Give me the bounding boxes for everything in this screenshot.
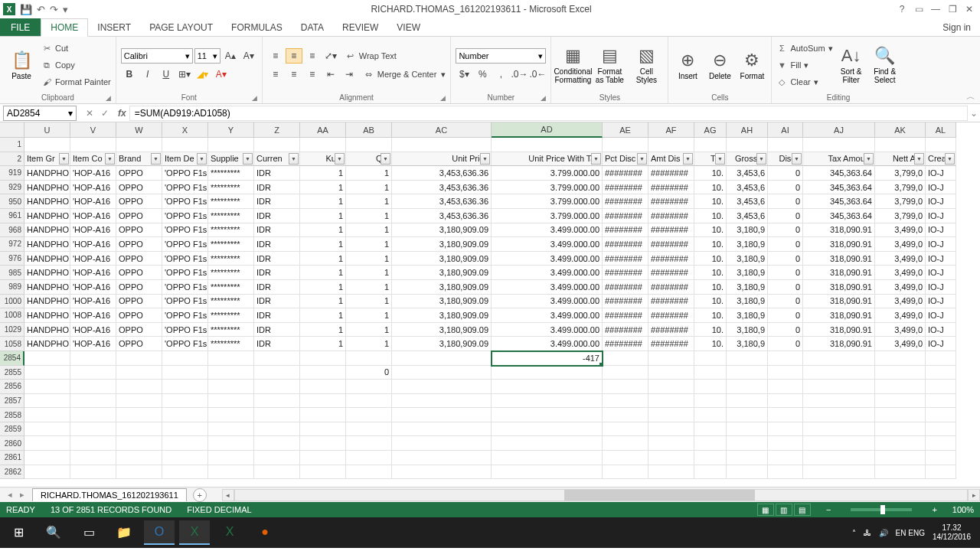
cell[interactable]: 318,090.91	[803, 323, 875, 337]
cell[interactable]: HANDPHO	[24, 337, 70, 351]
cell[interactable]	[116, 465, 162, 480]
collapse-ribbon-icon[interactable]: ︿	[966, 90, 975, 103]
cell[interactable]	[727, 422, 768, 437]
cell[interactable]: ########	[603, 252, 648, 266]
cell[interactable]: HANDPHO	[24, 181, 70, 195]
help-icon[interactable]: ?	[894, 4, 910, 15]
cell[interactable]	[492, 138, 603, 152]
cell[interactable]	[648, 380, 694, 394]
cell[interactable]: 0	[768, 280, 803, 295]
cell[interactable]: 0	[768, 223, 803, 238]
cell[interactable]	[162, 380, 208, 394]
cell[interactable]	[694, 380, 727, 394]
cell[interactable]: 3,180,9	[727, 237, 768, 252]
conditional-formatting-button[interactable]: ▦Conditional Formatting	[556, 41, 590, 90]
cell[interactable]: 'HOP-A16	[70, 181, 116, 195]
cell[interactable]: 'HOP-A16	[70, 266, 116, 280]
cell[interactable]	[603, 408, 648, 422]
column-header-AI[interactable]: AI	[768, 122, 803, 138]
cell[interactable]: ########	[603, 280, 648, 295]
cell[interactable]	[926, 451, 956, 465]
cell[interactable]: 3,453,636.36	[392, 166, 492, 181]
column-header-AJ[interactable]: AJ	[803, 122, 875, 138]
cell[interactable]	[346, 351, 392, 366]
cell[interactable]	[603, 380, 648, 394]
cell[interactable]: *********	[208, 266, 254, 280]
task-view-button[interactable]: ▭	[74, 520, 104, 545]
cell[interactable]	[803, 366, 875, 380]
cell[interactable]: 1	[346, 337, 392, 351]
cell[interactable]	[768, 451, 803, 465]
redo-icon[interactable]: ↷	[50, 4, 58, 15]
firefox-button[interactable]: ●	[250, 520, 280, 545]
cell[interactable]	[254, 366, 300, 380]
column-header-AC[interactable]: AC	[392, 122, 492, 138]
zoom-level[interactable]: 100%	[952, 505, 974, 514]
cell[interactable]	[162, 436, 208, 451]
cell[interactable]: 0	[768, 166, 803, 181]
cell[interactable]	[70, 436, 116, 451]
column-header-AA[interactable]: AA	[300, 122, 346, 138]
cell[interactable]	[24, 394, 70, 409]
cell[interactable]	[648, 408, 694, 422]
cell[interactable]: 318,090.91	[803, 308, 875, 323]
header-cell[interactable]: Crea▼	[926, 152, 956, 167]
row-header[interactable]: 2862	[0, 465, 24, 480]
tab-file[interactable]: FILE	[0, 18, 41, 36]
cell[interactable]	[875, 366, 926, 380]
cell[interactable]	[24, 138, 70, 152]
cell[interactable]: 3,180,909.09	[392, 308, 492, 323]
cell[interactable]	[392, 465, 492, 480]
search-button[interactable]: 🔍	[38, 520, 69, 545]
cell[interactable]: 1	[300, 280, 346, 295]
filter-button-icon[interactable]: ▼	[243, 153, 253, 165]
cell[interactable]	[300, 408, 346, 422]
column-header-AB[interactable]: AB	[346, 122, 392, 138]
column-header-V[interactable]: V	[70, 122, 116, 138]
cell[interactable]	[875, 465, 926, 480]
border-button[interactable]: ⊞▾	[176, 67, 193, 82]
cell[interactable]: OPPO	[116, 252, 162, 266]
cell[interactable]	[24, 380, 70, 394]
decrease-font-button[interactable]: A▾	[240, 48, 257, 64]
decrease-indent-button[interactable]: ⇤	[322, 67, 339, 82]
cell[interactable]	[346, 451, 392, 465]
cell[interactable]: 10.	[694, 266, 727, 280]
header-cell[interactable]: Supplie▼	[208, 152, 254, 167]
row-header[interactable]: 950	[0, 194, 24, 209]
cell[interactable]: 3,180,9	[727, 252, 768, 266]
column-header-Z[interactable]: Z	[254, 122, 300, 138]
cell[interactable]: OPPO	[116, 337, 162, 351]
delete-cells-button[interactable]: ⊖Delete	[705, 41, 734, 90]
cell[interactable]	[875, 351, 926, 366]
cell[interactable]: ########	[648, 223, 694, 238]
cell[interactable]: ########	[603, 308, 648, 323]
filter-button-icon[interactable]: ▼	[756, 153, 766, 165]
cell[interactable]: ########	[648, 166, 694, 181]
cell[interactable]: IO-J	[926, 166, 956, 181]
cell[interactable]	[694, 451, 727, 465]
align-center-button[interactable]: ≡	[286, 67, 302, 82]
cell[interactable]: 0	[346, 366, 392, 380]
cell[interactable]	[24, 408, 70, 422]
filter-button-icon[interactable]: ▼	[105, 153, 115, 165]
cell[interactable]	[116, 138, 162, 152]
cell[interactable]: 3,453,6	[727, 194, 768, 209]
cell[interactable]: *********	[208, 323, 254, 337]
align-bottom-button[interactable]: ≡	[304, 48, 321, 64]
row-header[interactable]: 2	[0, 152, 24, 167]
cell[interactable]: 3,453,6	[727, 181, 768, 195]
font-dialog-launcher-icon[interactable]: ◢	[252, 94, 257, 102]
header-cell[interactable]: Disco▼	[768, 152, 803, 167]
cell[interactable]: IO-J	[926, 237, 956, 252]
cell[interactable]: IDR	[254, 194, 300, 209]
cell[interactable]: 1	[346, 181, 392, 195]
increase-indent-button[interactable]: ⇥	[341, 67, 358, 82]
cell[interactable]: 1	[300, 308, 346, 323]
row-header[interactable]: 2856	[0, 380, 24, 394]
cell[interactable]	[803, 436, 875, 451]
header-cell[interactable]: Unit Price With Tax▼	[492, 152, 603, 167]
cell[interactable]: 3,499,0	[875, 223, 926, 238]
cell[interactable]	[648, 366, 694, 380]
cell[interactable]	[70, 408, 116, 422]
